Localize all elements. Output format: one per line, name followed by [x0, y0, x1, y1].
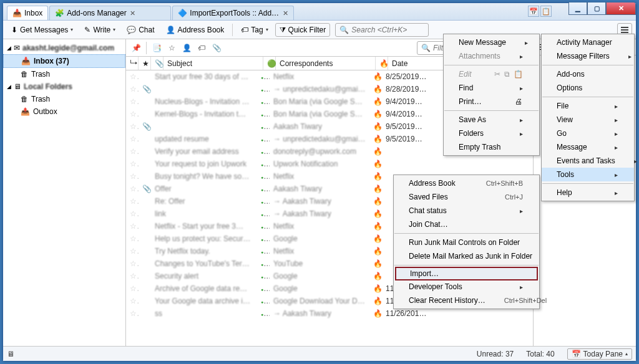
- local-folders-row[interactable]: ◢🖥Local Folders: [3, 80, 125, 93]
- tab-importexport[interactable]: 🔷 ImportExportTools :: Add-o… ✕: [172, 6, 294, 20]
- message-row[interactable]: ☆ss→ Aakash Tiwary🔥11/26/201…: [126, 307, 533, 320]
- star-icon[interactable]: ☆: [126, 197, 139, 206]
- label: Address Book: [178, 26, 225, 34]
- subject-col[interactable]: Subject: [163, 57, 263, 70]
- minimize-button[interactable]: [568, 2, 587, 15]
- rmenu-activity[interactable]: Activity Manager: [542, 36, 634, 49]
- tag-button[interactable]: 🏷Tag▾: [237, 23, 272, 37]
- rmenu-options[interactable]: Options: [542, 81, 634, 95]
- submenu-dev-tools[interactable]: Developer Tools: [394, 280, 539, 294]
- star-col[interactable]: ★: [139, 57, 151, 70]
- rmenu-view[interactable]: View: [542, 113, 634, 127]
- tab-bar: 📥 Inbox 🧩 Add-ons Manager ✕ 🔷 ImportExpo…: [3, 3, 384, 20]
- close-button[interactable]: [606, 2, 636, 15]
- attach-filter[interactable]: 📎: [210, 42, 223, 54]
- chevron-down-icon[interactable]: ▾: [71, 27, 73, 32]
- rmenu-message[interactable]: Message: [542, 140, 634, 154]
- rmenu-filters[interactable]: Message Filters: [542, 49, 634, 63]
- subject-cell: Try Netflix today.: [151, 247, 257, 256]
- star-icon[interactable]: ☆: [126, 272, 139, 280]
- star-icon[interactable]: ☆: [126, 135, 139, 143]
- correspondents-col[interactable]: Correspondents: [276, 57, 376, 70]
- menu-attachments[interactable]: Attachments: [444, 49, 539, 63]
- menu-print[interactable]: Print…🖨: [444, 95, 539, 108]
- tasks-icon[interactable]: 📋: [540, 6, 552, 17]
- submenu-join-chat[interactable]: Join Chat…: [394, 218, 539, 231]
- star-icon[interactable]: ☆: [126, 309, 139, 318]
- quick-filter-button[interactable]: ⧩Quick Filter: [275, 23, 331, 37]
- folder-outbox[interactable]: 📤Outbox: [3, 105, 125, 118]
- menu-find[interactable]: Find: [444, 81, 539, 95]
- submenu-address-book[interactable]: Address BookCtrl+Shift+B: [394, 176, 539, 190]
- star-icon[interactable]: ☆: [126, 222, 139, 231]
- star-icon[interactable]: ☆: [126, 184, 139, 193]
- menu-new-message[interactable]: New Message: [444, 36, 539, 49]
- submenu-run-junk[interactable]: Run Junk Mail Controls on Folder: [394, 236, 539, 249]
- star-icon[interactable]: ☆: [126, 259, 139, 268]
- search-box[interactable]: 🔍: [335, 23, 429, 37]
- submenu-delete-junk[interactable]: Delete Mail Marked as Junk in Folder: [394, 249, 539, 263]
- star-icon[interactable]: ☆: [126, 110, 139, 118]
- star-icon[interactable]: ☆: [126, 85, 139, 93]
- tag-filter[interactable]: 🏷: [195, 42, 208, 54]
- subject-cell: Changes to YouTube's Ter…: [151, 259, 257, 268]
- star-icon[interactable]: ☆: [126, 172, 139, 181]
- thread-col[interactable]: ⮡: [126, 57, 139, 70]
- attach-col[interactable]: 📎: [151, 57, 163, 70]
- rmenu-events[interactable]: Events and Tasks: [542, 154, 634, 168]
- star-icon[interactable]: ☆: [126, 122, 139, 131]
- star-filter[interactable]: ☆: [165, 42, 178, 54]
- address-book-button[interactable]: 👤Address Book: [162, 23, 229, 37]
- tab-addons[interactable]: 🧩 Add-ons Manager ✕: [49, 6, 171, 20]
- tab-inbox[interactable]: 📥 Inbox: [7, 6, 48, 20]
- cut-icon: ✂: [494, 70, 500, 79]
- account-row[interactable]: ◢✉akasht.legide@gmail.com: [3, 42, 125, 54]
- calendar-icon[interactable]: 📅: [528, 6, 539, 17]
- folder-trash[interactable]: 🗑Trash: [3, 68, 125, 80]
- chevron-down-icon[interactable]: ▾: [266, 27, 268, 32]
- junk-icon: 🔥: [369, 197, 382, 206]
- star-icon[interactable]: ☆: [126, 147, 139, 156]
- submenu-saved-files[interactable]: Saved FilesCtrl+J: [394, 190, 539, 204]
- today-pane-toggle[interactable]: 📅Today Pane▴: [567, 348, 632, 360]
- rmenu-go[interactable]: Go: [542, 127, 634, 140]
- rmenu-help[interactable]: Help: [542, 186, 634, 199]
- get-messages-button[interactable]: ⬇Get Messages▾: [7, 23, 77, 37]
- expand-icon[interactable]: ◢: [7, 45, 11, 51]
- junk-col[interactable]: 🔥: [376, 57, 388, 70]
- close-icon[interactable]: ✕: [283, 9, 288, 17]
- menu-folders[interactable]: Folders: [444, 127, 539, 140]
- rmenu-file[interactable]: File: [542, 99, 634, 113]
- star-icon[interactable]: ☆: [126, 72, 139, 81]
- search-input[interactable]: [351, 26, 425, 34]
- menu-empty-trash[interactable]: Empty Trash: [444, 140, 539, 154]
- expand-icon[interactable]: ◢: [7, 84, 11, 90]
- submenu-import[interactable]: Import…: [395, 267, 538, 280]
- rmenu-tools[interactable]: Tools: [542, 168, 634, 181]
- submenu-clear-history[interactable]: Clear Recent History…Ctrl+Shift+Del: [394, 294, 539, 307]
- star-icon[interactable]: ☆: [126, 284, 139, 293]
- star-icon[interactable]: ☆: [126, 297, 139, 305]
- star-icon[interactable]: ☆: [126, 247, 139, 256]
- pin-icon[interactable]: 📌: [130, 42, 142, 54]
- online-icon[interactable]: 🖥: [7, 350, 14, 358]
- close-icon[interactable]: ✕: [130, 9, 135, 17]
- rmenu-addons[interactable]: Add-ons: [542, 67, 634, 81]
- message-row[interactable]: ☆Your request to join UpworkUpwork Notif…: [126, 158, 533, 170]
- folder-trash-local[interactable]: 🗑Trash: [3, 93, 125, 105]
- unread-filter[interactable]: 📑: [150, 42, 163, 54]
- contact-filter[interactable]: 👤: [180, 42, 193, 54]
- menu-save-as[interactable]: Save As: [444, 113, 539, 127]
- star-icon[interactable]: ☆: [126, 209, 139, 218]
- star-icon[interactable]: ☆: [126, 234, 139, 243]
- chat-button[interactable]: 💬Chat: [122, 23, 159, 37]
- write-button[interactable]: ✎Write▾: [80, 23, 120, 37]
- subject-cell: Nucleus-Blogs - Invitation …: [151, 97, 257, 106]
- chevron-down-icon[interactable]: ▾: [113, 27, 115, 32]
- maximize-button[interactable]: [587, 2, 606, 15]
- star-icon[interactable]: ☆: [126, 160, 139, 168]
- submenu-chat-status[interactable]: Chat status: [394, 204, 539, 218]
- read-col[interactable]: 🟢: [263, 57, 276, 70]
- star-icon[interactable]: ☆: [126, 97, 139, 106]
- folder-inbox[interactable]: 📥Inbox (37): [3, 54, 125, 68]
